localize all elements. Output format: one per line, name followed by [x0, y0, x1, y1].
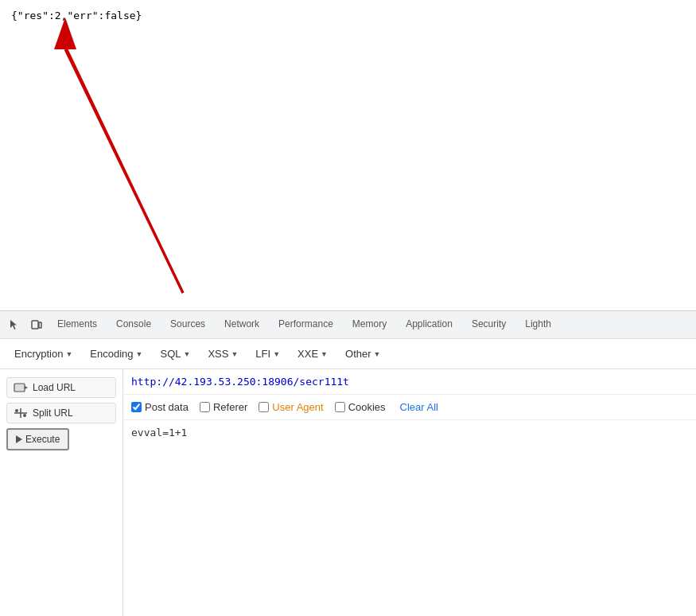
svg-rect-7 — [14, 384, 25, 392]
tab-performance[interactable]: Performance — [269, 311, 343, 338]
tab-sources[interactable]: Sources — [161, 311, 215, 338]
device-toolbar-icon-btn[interactable] — [25, 314, 48, 336]
main-content: Load URL Split URL Execute — [0, 369, 696, 616]
load-url-button[interactable]: Load URL — [6, 377, 116, 398]
svg-rect-6 — [39, 322, 41, 328]
tab-security[interactable]: Security — [462, 311, 515, 338]
tab-application[interactable]: Application — [396, 311, 462, 338]
xss-dropdown[interactable]: XSS ▼ — [201, 345, 244, 362]
tab-network[interactable]: Network — [215, 311, 269, 338]
other-arrow-icon: ▼ — [374, 350, 381, 358]
referer-label: Referer — [213, 401, 247, 413]
tab-elements[interactable]: Elements — [48, 311, 107, 338]
toolbar-row: Encryption ▼ Encoding ▼ SQL ▼ XSS ▼ LFI … — [0, 339, 696, 369]
split-url-label: Split URL — [33, 407, 73, 419]
encoding-arrow-icon: ▼ — [136, 350, 143, 358]
encoding-label: Encoding — [90, 348, 133, 360]
lfi-dropdown[interactable]: LFI ▼ — [249, 345, 286, 362]
svg-marker-2 — [54, 18, 76, 49]
load-url-icon — [14, 382, 28, 393]
checkboxes-row: Post data Referer User Agent Cookies Cle… — [123, 395, 696, 420]
other-dropdown[interactable]: Other ▼ — [339, 345, 387, 362]
canvas-area: {"res":2,"err":false} — [0, 0, 696, 310]
devtools-tab-bar: Elements Console Sources Network Perform… — [0, 311, 696, 339]
tab-lighthouse[interactable]: Lighth — [515, 311, 561, 338]
svg-line-1 — [65, 46, 183, 293]
svg-line-3 — [65, 49, 183, 293]
split-url-icon — [14, 407, 28, 419]
svg-rect-5 — [32, 321, 38, 329]
devtools-panel: Elements Console Sources Network Perform… — [0, 310, 696, 616]
post-data-area — [123, 420, 696, 616]
execute-label: Execute — [25, 434, 60, 445]
xxe-label: XXE — [297, 348, 318, 360]
inspect-icon-btn[interactable] — [3, 314, 25, 336]
post-data-label: Post data — [145, 401, 189, 413]
user-agent-checkbox[interactable] — [259, 402, 269, 412]
execute-button[interactable]: Execute — [6, 428, 69, 450]
encryption-label: Encryption — [14, 348, 63, 360]
encryption-arrow-icon: ▼ — [65, 350, 72, 358]
post-data-checkbox[interactable] — [131, 402, 142, 412]
referer-checkbox[interactable] — [200, 402, 210, 412]
encryption-dropdown[interactable]: Encryption ▼ — [8, 345, 79, 362]
user-agent-label: User Agent — [272, 401, 323, 413]
sql-label: SQL — [160, 348, 181, 360]
post-data-checkbox-item: Post data — [131, 401, 189, 413]
clear-all-link[interactable]: Clear All — [400, 401, 438, 413]
cookies-checkbox-item: Cookies — [335, 401, 386, 413]
right-content: Post data Referer User Agent Cookies Cle… — [123, 369, 696, 616]
url-row — [123, 369, 696, 395]
svg-marker-8 — [25, 386, 28, 389]
load-url-label: Load URL — [33, 382, 76, 393]
xxe-arrow-icon: ▼ — [321, 350, 328, 358]
svg-point-12 — [23, 414, 26, 417]
xxe-dropdown[interactable]: XXE ▼ — [291, 345, 334, 362]
other-label: Other — [345, 348, 371, 360]
post-data-input[interactable] — [131, 427, 688, 474]
sql-arrow-icon: ▼ — [184, 350, 191, 358]
split-url-button[interactable]: Split URL — [6, 403, 116, 423]
svg-marker-4 — [10, 320, 17, 329]
tab-console[interactable]: Console — [107, 311, 161, 338]
cookies-checkbox[interactable] — [335, 402, 345, 412]
cookies-label: Cookies — [348, 401, 386, 413]
url-input[interactable] — [131, 376, 688, 388]
tab-memory[interactable]: Memory — [343, 311, 396, 338]
svg-point-11 — [15, 409, 18, 412]
lfi-label: LFI — [255, 348, 270, 360]
red-arrow-svg — [0, 0, 696, 310]
sql-dropdown[interactable]: SQL ▼ — [154, 345, 196, 362]
sidebar: Load URL Split URL Execute — [0, 369, 123, 616]
referer-checkbox-item: Referer — [200, 401, 247, 413]
encoding-dropdown[interactable]: Encoding ▼ — [84, 345, 149, 362]
execute-play-icon — [16, 435, 22, 443]
json-output: {"res":2,"err":false} — [11, 10, 142, 21]
xss-arrow-icon: ▼ — [231, 350, 238, 358]
lfi-arrow-icon: ▼ — [273, 350, 280, 358]
user-agent-checkbox-item: User Agent — [259, 401, 323, 413]
xss-label: XSS — [208, 348, 228, 360]
